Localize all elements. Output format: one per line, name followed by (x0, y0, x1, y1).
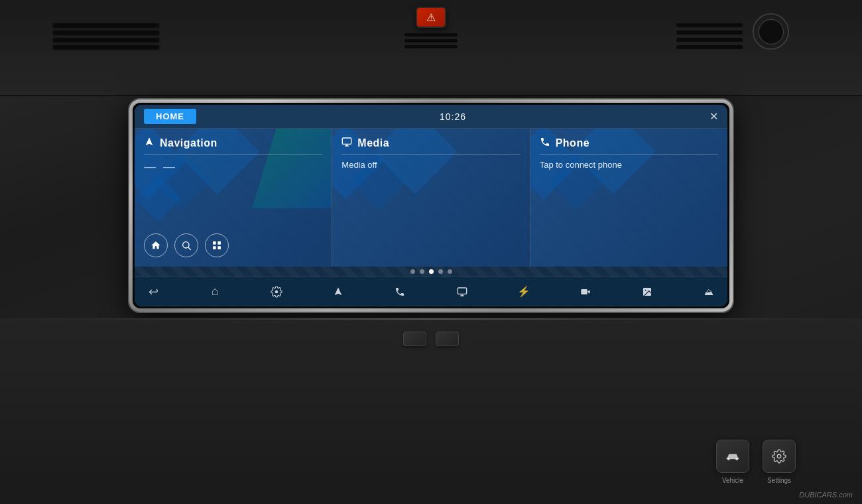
hazard-button[interactable]: ⚠ (416, 7, 446, 28)
watermark: DUBICARS.com (799, 491, 853, 499)
svg-point-7 (275, 290, 278, 293)
nav-navigate-button[interactable] (326, 280, 350, 304)
navigation-tile-header: Navigation (144, 137, 322, 150)
vehicle-button[interactable] (716, 440, 749, 473)
clock-display: 10:26 (440, 111, 466, 122)
navigation-tile[interactable]: Navigation — — (135, 129, 332, 267)
media-tile[interactable]: Media Media off (332, 129, 530, 267)
settings-nav-button[interactable] (265, 280, 288, 304)
seat-button[interactable] (403, 332, 426, 346)
svg-rect-3 (217, 241, 221, 245)
svg-rect-6 (343, 138, 351, 144)
terrain-button[interactable]: ⛰ (697, 280, 721, 304)
home-nav-button[interactable]: ⌂ (203, 280, 227, 304)
phone-tile-title: Phone (556, 137, 589, 149)
settings-label: Settings (767, 477, 791, 484)
media-status: Media off (341, 160, 520, 170)
infotainment-screen: HOME 10:26 ✕ (135, 105, 727, 306)
svg-rect-9 (581, 289, 587, 294)
nav-quick-buttons (144, 233, 229, 257)
media-tile-header: Media (341, 137, 520, 150)
svg-line-1 (188, 247, 191, 250)
media-tile-title: Media (357, 137, 389, 149)
navigation-arrow-icon (144, 137, 154, 150)
media-divider (341, 154, 520, 155)
bluetooth-button[interactable]: ⚡ (512, 280, 536, 304)
home-tab[interactable]: HOME (144, 109, 196, 124)
settings-control[interactable]: Settings (763, 440, 796, 484)
phone-handset-icon (540, 137, 550, 150)
svg-point-14 (777, 454, 781, 458)
tiles-container: Navigation — — (135, 129, 727, 267)
seat-button-2[interactable] (436, 332, 459, 346)
svg-rect-2 (213, 241, 216, 245)
svg-point-11 (645, 289, 646, 290)
svg-point-12 (727, 458, 730, 460)
search-location-button[interactable] (174, 233, 198, 257)
phone-tile[interactable]: Phone Tap to connect phone (530, 129, 727, 267)
camera-button[interactable] (574, 280, 597, 304)
phone-tile-header: Phone (540, 137, 718, 150)
car-interior: ⚠ (0, 0, 862, 504)
media-tv-icon (341, 137, 352, 150)
navigation-status: — — (144, 160, 322, 174)
svg-rect-4 (213, 246, 216, 249)
svg-rect-8 (458, 288, 466, 294)
screen-bezel: HOME 10:26 ✕ (129, 99, 733, 312)
nav-divider (144, 154, 322, 155)
gallery-button[interactable] (635, 280, 659, 304)
phone-divider (540, 154, 718, 155)
phone-status: Tap to connect phone (540, 160, 718, 170)
minimize-icon[interactable]: ✕ (709, 110, 718, 123)
screen-navbar: ↩ ⌂ ⚡ (135, 277, 727, 306)
vehicle-label: Vehicle (722, 477, 743, 484)
media-navbar-button[interactable] (450, 280, 474, 304)
settings-button[interactable] (763, 440, 796, 473)
svg-rect-5 (217, 246, 221, 249)
home-pin-button[interactable] (144, 233, 168, 257)
poi-button[interactable] (205, 233, 229, 257)
svg-point-0 (183, 242, 189, 248)
back-nav-button[interactable]: ↩ (141, 280, 165, 304)
vehicle-control[interactable]: Vehicle (716, 440, 749, 484)
navigation-tile-title: Navigation (160, 137, 217, 149)
phone-navbar-button[interactable] (388, 280, 412, 304)
screen-topbar: HOME 10:26 ✕ (135, 105, 727, 129)
svg-point-13 (735, 458, 738, 460)
